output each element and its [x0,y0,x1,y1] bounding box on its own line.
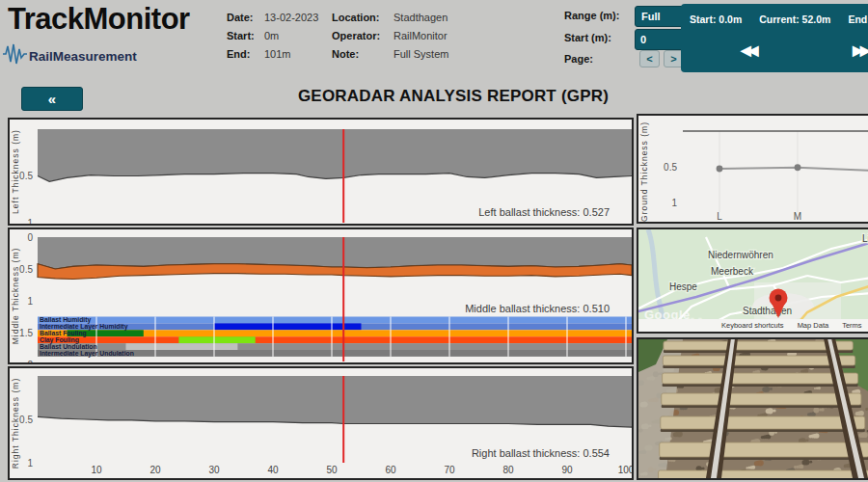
map-town-label: Lindhorst [862,233,868,244]
transport-current: Current: 52.0m [759,13,830,25]
right_thickness-plot[interactable]: 0.51Right Thickness (m)10203040506070809… [10,368,632,478]
map-attrib-keyboard[interactable]: Keyboard shortcuts [721,321,784,330]
svg-text:Ground Thickness (m): Ground Thickness (m) [639,121,649,222]
waveform-icon [2,42,28,66]
left-thickness-chart[interactable]: 0.51Left Thickness (m)Left ballast thick… [8,118,634,226]
track-photo [637,337,868,480]
strip-clay-fouling [38,336,632,343]
note-label: Note: [332,48,359,60]
svg-text:0.5: 0.5 [19,415,33,425]
svg-text:1: 1 [27,458,33,469]
left_thickness-plot[interactable]: 0.51Left Thickness (m)Left ballast thick… [10,120,632,224]
date-label: Date: [227,12,254,23]
fast-forward-button[interactable]: ▶▶ [853,42,868,58]
svg-text:0.5: 0.5 [19,171,33,181]
svg-text:1: 1 [27,296,33,307]
map-town-label: Meerbeck [711,266,754,277]
svg-text:1: 1 [27,218,33,225]
date-value: 13-02-2023 [264,12,318,23]
right-thickness-chart[interactable]: 0.51Right Thickness (m)10203040506070809… [8,366,634,480]
svg-text:30: 30 [208,465,220,475]
middle_thickness-plot[interactable]: 00.511.52Middle Thickness (m)Ballast Hum… [10,229,632,362]
location-label: Location: [332,12,380,23]
svg-text:90: 90 [561,465,573,475]
svg-text:L: L [717,211,722,222]
map-town-label: Hespe [669,281,697,292]
svg-text:0.5: 0.5 [19,264,33,275]
start-label: Start: [227,30,255,41]
rewind-button[interactable]: ◀◀ [741,42,756,58]
svg-text:60: 60 [385,465,396,475]
map-town-label: Niedernwöhren [708,250,773,260]
svg-text:M: M [794,211,801,222]
map-attrib-data[interactable]: Map Data [798,321,829,330]
svg-text:100: 100 [618,465,632,475]
ground-thickness-plot: 0.51Ground Thickness (m)LMR [638,116,868,222]
svg-text:80: 80 [502,465,514,475]
svg-text:50: 50 [326,465,338,475]
range-label: Range (m): [564,10,619,21]
svg-text:2: 2 [27,360,33,363]
transport-end: End: 101.0m [848,13,868,25]
start-m-label: Start (m): [564,32,611,43]
svg-text:Left Thickness (m): Left Thickness (m) [11,129,20,214]
svg-text:Right ballast thickness: 0.554: Right ballast thickness: 0.554 [472,447,610,459]
page-prev-button[interactable]: < [639,50,660,67]
app-subtitle: RailMeasurement [29,49,137,64]
report-title: GEORADAR ANALYSIS REPORT (GPR) [0,87,868,106]
end-label: End: [227,48,250,60]
svg-text:70: 70 [444,465,455,475]
operator-label: Operator: [332,30,380,41]
map-attribution: Keyboard shortcuts Map Data Terms Report [638,319,868,332]
svg-text:Left ballast thickness: 0.527: Left ballast thickness: 0.527 [478,206,610,218]
app-title: TrackMonitor [8,2,190,37]
location-value: Stadthagen [393,12,448,23]
svg-text:Middle ballast thickness: 0.51: Middle ballast thickness: 0.510 [465,303,610,314]
svg-text:1: 1 [671,198,677,208]
svg-text:40: 40 [267,465,279,475]
page-label: Page: [564,53,593,65]
svg-text:10: 10 [91,465,102,475]
svg-text:1.5: 1.5 [19,328,33,338]
svg-text:Right Thickness (m): Right Thickness (m) [11,378,20,469]
operator-value: RailMonitor [393,30,448,41]
note-value: Full System [393,48,448,60]
svg-text:0.5: 0.5 [664,162,677,173]
middle-thickness-chart[interactable]: 00.511.52Middle Thickness (m)Ballast Hum… [8,228,634,364]
rail-track-image [638,339,868,478]
start-value: 0m [264,30,279,41]
map-attrib-terms[interactable]: Terms [842,321,861,330]
range-dropdown-value: Full [641,11,661,22]
svg-text:0: 0 [27,232,33,243]
transport-panel: Start: 0.0m Current: 52.0m End: 101.0m ◀… [681,4,868,72]
svg-text:20: 20 [149,465,161,475]
map-town-label: Stadthagen [743,306,792,316]
svg-text:Intermediate Layer Undulation: Intermediate Layer Undulation [40,350,134,358]
svg-text:Middle Thickness (m): Middle Thickness (m) [11,248,20,345]
ground-thickness-chart: 0.51Ground Thickness (m)LMR [637,114,868,224]
location-map[interactable]: NiedernwöhrenMeerbeckHespeStadthagenHelp… [637,228,868,334]
transport-start: Start: 0.0m [690,13,742,25]
end-value: 101m [264,48,291,60]
